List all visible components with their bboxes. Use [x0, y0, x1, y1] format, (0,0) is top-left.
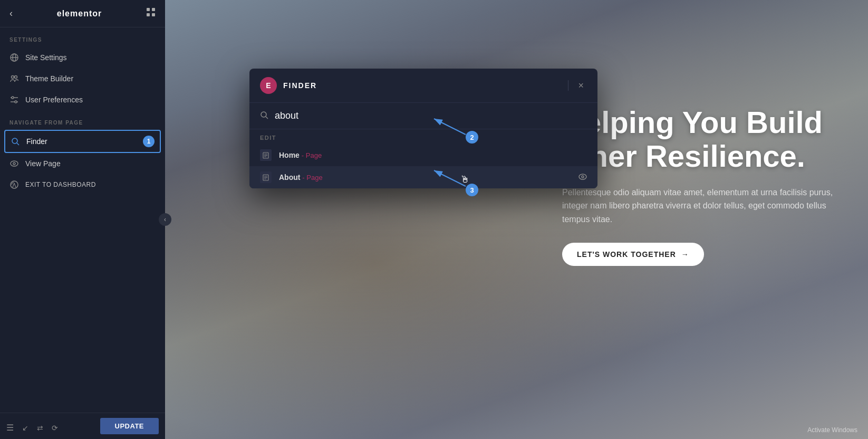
exit-dashboard-label: EXIT TO DASHBOARD [25, 181, 96, 188]
hero-section: Helping You Build Inner Resilience. Pell… [562, 106, 836, 266]
svg-point-16 [13, 163, 15, 165]
svg-point-28 [579, 174, 586, 179]
finder-result-home-name: Home - Page [279, 151, 322, 159]
finder-result-about-eye[interactable] [578, 173, 587, 182]
sidebar-header: ‹ elementor [0, 0, 165, 27]
finder-badge: 1 [143, 136, 155, 147]
finder-result-home-icon [260, 149, 272, 161]
finder-logo-icon: E [266, 81, 271, 90]
sidebar-item-user-preferences[interactable]: User Preferences [0, 89, 165, 110]
svg-rect-2 [147, 13, 150, 16]
sidebar-item-site-settings[interactable]: Site Settings [0, 47, 165, 68]
wordpress-icon [9, 180, 19, 189]
user-preferences-label: User Preferences [25, 96, 83, 104]
activate-windows-text: Activate Windows [807, 426, 857, 434]
finder-header-divider [568, 80, 568, 91]
svg-line-19 [266, 117, 268, 119]
svg-point-12 [15, 101, 17, 103]
hero-cta-button[interactable]: LET'S WORK TOGETHER → [562, 243, 704, 266]
eye-icon [9, 159, 19, 168]
settings-section-label: SETTINGS [0, 27, 165, 47]
collapse-sidebar-button[interactable]: ‹ [159, 213, 171, 226]
hero-title: Helping You Build Inner Resilience. [562, 106, 836, 173]
svg-point-7 [12, 76, 14, 79]
elementor-finder-logo: E [260, 77, 277, 94]
sidebar-item-finder[interactable]: Finder 1 [4, 130, 161, 153]
annotation-badge-2: 2 [466, 131, 478, 144]
bottom-bar: ☰ ↙ ⇄ ⟳ UPDATE [0, 413, 165, 439]
site-settings-label: Site Settings [25, 53, 67, 62]
svg-rect-1 [152, 8, 155, 11]
svg-point-15 [11, 161, 18, 166]
finder-close-button[interactable]: × [575, 79, 587, 92]
bottom-icon-4[interactable]: ⟳ [52, 424, 58, 432]
back-button[interactable]: ‹ [9, 8, 13, 19]
sidebar-item-theme-builder[interactable]: Theme Builder [0, 68, 165, 89]
theme-builder-label: Theme Builder [25, 74, 73, 83]
annotation-badge-3: 3 [466, 184, 478, 196]
svg-point-13 [12, 138, 17, 144]
update-button[interactable]: UPDATE [100, 418, 159, 434]
sidebar-item-view-page[interactable]: View Page [0, 153, 165, 174]
search-icon [11, 137, 20, 146]
svg-line-14 [17, 143, 19, 145]
view-page-label: View Page [25, 159, 61, 168]
people-icon [9, 74, 19, 83]
sliders-icon [9, 95, 19, 104]
svg-rect-0 [147, 8, 150, 11]
main-content: Helping You Build Inner Resilience. Pell… [165, 0, 868, 439]
svg-rect-3 [152, 13, 155, 16]
sidebar-item-exit-dashboard[interactable]: EXIT TO DASHBOARD [0, 174, 165, 195]
bottom-icon-1[interactable]: ☰ [6, 423, 14, 433]
bottom-icon-2[interactable]: ↙ [22, 424, 28, 432]
hero-cta-label: LET'S WORK TOGETHER [577, 250, 676, 259]
svg-point-29 [582, 176, 584, 178]
finder-result-about-name: About - Page [279, 173, 323, 182]
bottom-icon-3[interactable]: ⇄ [37, 424, 43, 432]
finder-label: Finder [26, 137, 47, 146]
finder-search-icon [260, 111, 268, 121]
navigate-section-label: NAVIGATE FROM PAGE [0, 110, 165, 130]
elementor-logo: elementor [57, 9, 102, 18]
finder-result-about-icon [260, 171, 272, 183]
finder-result-home[interactable]: Home - Page [249, 144, 597, 166]
svg-point-18 [261, 112, 266, 117]
svg-point-8 [15, 76, 17, 79]
svg-point-10 [12, 97, 14, 99]
grid-button[interactable] [146, 7, 156, 20]
sidebar: ‹ elementor SETTINGS Site Settings [0, 0, 165, 439]
globe-icon [9, 53, 19, 62]
hero-cta-arrow: → [681, 250, 689, 259]
finder-header: E FINDER × [249, 69, 597, 103]
hero-subtitle: Pellentesque odio aliquam vitae amet, el… [562, 186, 836, 226]
finder-title: FINDER [283, 81, 562, 90]
